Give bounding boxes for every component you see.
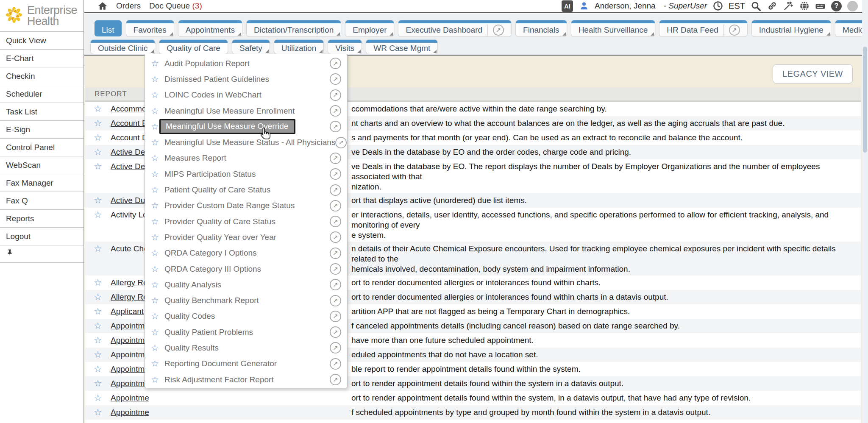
tab-list[interactable]: List: [95, 20, 122, 36]
favorite-star-icon[interactable]: ☆: [94, 319, 111, 333]
favorite-star-icon[interactable]: ☆: [151, 185, 164, 195]
favorite-star-icon[interactable]: ☆: [94, 102, 111, 116]
tab-wr-case-mgmt[interactable]: WR Case Mgmt: [366, 40, 437, 54]
open-new-window-icon[interactable]: ↗: [330, 295, 341, 306]
open-new-window-icon[interactable]: ↗: [330, 168, 341, 180]
favorite-star-icon[interactable]: ☆: [151, 359, 164, 369]
tab-dictation-transcription[interactable]: Dictation/Transcription: [247, 20, 341, 36]
favorite-star-icon[interactable]: ☆: [94, 145, 111, 159]
tab-health-surveillance[interactable]: Health Surveillance: [571, 20, 655, 36]
favorite-star-icon[interactable]: ☆: [94, 391, 111, 405]
sidebar-item-scheduler[interactable]: Scheduler: [0, 85, 83, 103]
favorite-star-icon[interactable]: ☆: [94, 193, 111, 208]
favorite-star-icon[interactable]: ☆: [94, 276, 111, 290]
menu-item-mips-participation-status[interactable]: ☆ MIPS Participation Status ↗: [145, 166, 347, 182]
open-new-window-icon[interactable]: ↗: [330, 184, 341, 196]
table-row[interactable]: ☆ Asthma Report Displays a list of chart…: [85, 420, 861, 423]
menu-item-meaningful-use-measure-status-all-physicians[interactable]: ☆ Meaningful Use Measure Status - All Ph…: [145, 134, 347, 150]
open-new-window-icon[interactable]: ↗: [330, 216, 341, 227]
favorite-star-icon[interactable]: ☆: [151, 106, 164, 116]
tab-utilization[interactable]: Utilization: [274, 40, 323, 54]
avatar[interactable]: [847, 1, 858, 11]
external-link-icon[interactable]: ↗: [729, 25, 740, 36]
search-icon[interactable]: [751, 1, 761, 11]
open-new-window-icon[interactable]: ↗: [330, 231, 341, 243]
open-new-window-icon[interactable]: ↗: [330, 58, 341, 69]
favorite-star-icon[interactable]: ☆: [151, 264, 164, 274]
open-new-window-icon[interactable]: ↗: [330, 121, 341, 132]
favorite-star-icon[interactable]: ☆: [94, 159, 111, 174]
menu-item-risk-adjustment-factor-report[interactable]: ☆ Risk Adjustment Factor Report ↗: [145, 372, 347, 387]
favorite-star-icon[interactable]: ☆: [94, 405, 111, 420]
favorite-star-icon[interactable]: ☆: [151, 343, 164, 353]
favorite-star-icon[interactable]: ☆: [151, 232, 164, 242]
favorite-star-icon[interactable]: ☆: [94, 242, 111, 256]
favorite-star-icon[interactable]: ☆: [94, 348, 111, 362]
keyboard-icon[interactable]: [815, 1, 826, 11]
favorite-star-icon[interactable]: ☆: [151, 58, 164, 69]
favorite-star-icon[interactable]: ☆: [94, 304, 111, 319]
menu-item-meaningful-use-measure-enrollment[interactable]: ☆ Meaningful Use Measure Enrollment ↗: [145, 103, 347, 119]
open-new-window-icon[interactable]: ↗: [330, 153, 341, 164]
menu-item-dismissed-patient-guidelines[interactable]: ☆ Dismissed Patient Guidelines ↗: [145, 71, 347, 87]
favorite-star-icon[interactable]: ☆: [151, 90, 164, 100]
tab-quality-of-care[interactable]: Quality of Care: [159, 40, 228, 54]
favorite-star-icon[interactable]: ☆: [151, 217, 164, 227]
open-new-window-icon[interactable]: ↗: [330, 279, 341, 290]
open-new-window-icon[interactable]: ↗: [330, 342, 341, 353]
sidebar-item-webscan[interactable]: WebScan: [0, 156, 83, 174]
open-new-window-icon[interactable]: ↗: [330, 358, 341, 370]
tab-outside-clinic[interactable]: Outside Clinic: [91, 40, 155, 54]
sidebar-item-checkin[interactable]: Checkin: [0, 67, 83, 85]
ai-badge[interactable]: AI: [562, 0, 573, 12]
globe-icon[interactable]: [799, 1, 810, 11]
menu-item-quality-results[interactable]: ☆ Quality Results ↗: [145, 340, 347, 356]
clock-icon[interactable]: [712, 1, 723, 11]
menu-item-quality-benchmark-report[interactable]: ☆ Quality Benchmark Report ↗: [145, 292, 347, 308]
menu-item-quality-patient-problems[interactable]: ☆ Quality Patient Problems ↗: [145, 324, 347, 340]
menu-item-provider-custom-date-range-status[interactable]: ☆ Provider Custom Date Range Status ↗: [145, 198, 347, 214]
legacy-view-button[interactable]: LEGACY VIEW: [773, 64, 853, 83]
table-row[interactable]: ☆ Appointme ort to render appointment de…: [85, 391, 861, 405]
favorite-star-icon[interactable]: ☆: [151, 295, 164, 306]
home-icon[interactable]: [97, 1, 108, 11]
menu-item-label-highlighted[interactable]: Meaningful Use Measure Override: [159, 119, 295, 134]
menu-item-quality-codes[interactable]: ☆ Quality Codes ↗: [145, 309, 347, 324]
open-new-window-icon[interactable]: ↗: [330, 263, 341, 275]
favorite-star-icon[interactable]: ☆: [94, 333, 111, 348]
menu-item-audit-population-report[interactable]: ☆ Audit Population Report ↗: [145, 56, 347, 71]
favorite-star-icon[interactable]: ☆: [94, 131, 111, 145]
open-new-window-icon[interactable]: ↗: [330, 248, 341, 259]
menu-item-patient-quality-of-care-status[interactable]: ☆ Patient Quality of Care Status ↗: [145, 182, 347, 198]
favorite-star-icon[interactable]: ☆: [151, 248, 164, 258]
favorite-star-icon[interactable]: ☆: [151, 153, 164, 163]
report-link[interactable]: Appointme: [111, 405, 289, 420]
menu-item-qrda-category-i-options[interactable]: ☆ QRDA Category I Options ↗: [145, 245, 347, 261]
favorite-star-icon[interactable]: ☆: [94, 362, 111, 376]
favorite-star-icon[interactable]: ☆: [151, 375, 164, 385]
tab-appointments[interactable]: Appointments: [178, 20, 242, 36]
open-new-window-icon[interactable]: ↗: [330, 374, 341, 385]
favorite-star-icon[interactable]: ☆: [151, 311, 164, 321]
report-link[interactable]: Asthma Report: [111, 420, 289, 423]
tab-safety[interactable]: Safety: [232, 40, 270, 54]
open-new-window-icon[interactable]: ↗: [330, 73, 341, 85]
tab-financials[interactable]: Financials: [516, 20, 567, 36]
open-new-window-icon[interactable]: ↗: [330, 326, 341, 338]
link-icon[interactable]: [767, 1, 777, 11]
sidebar-item-logout[interactable]: Logout: [0, 227, 83, 245]
favorite-star-icon[interactable]: ☆: [151, 169, 164, 179]
favorite-star-icon[interactable]: ☆: [94, 116, 111, 131]
breadcrumb-orders[interactable]: Orders: [116, 1, 141, 11]
menu-item-meaningful-use-measure-override[interactable]: ☆ Meaningful Use Measure Override ↗: [145, 119, 347, 134]
sidebar-item-e-chart[interactable]: E-Chart: [0, 49, 83, 67]
tab-hr-data-feed[interactable]: HR Data Feed ↗: [659, 20, 747, 36]
table-row[interactable]: ☆ Appointme f scheduled appointments by …: [85, 405, 861, 420]
menu-item-provider-quality-of-care-status[interactable]: ☆ Provider Quality of Care Status ↗: [145, 214, 347, 229]
sidebar-item-e-sign[interactable]: E-Sign: [0, 120, 83, 138]
sidebar-item-quick-view[interactable]: Quick View: [0, 31, 83, 49]
menu-item-qrda-category-iii-options[interactable]: ☆ QRDA Category III Options ↗: [145, 261, 347, 277]
user-name[interactable]: Anderson, Jenna: [595, 1, 656, 11]
favorite-star-icon[interactable]: ☆: [151, 137, 164, 147]
menu-item-provider-quality-year-over-year[interactable]: ☆ Provider Quality Year over Year ↗: [145, 229, 347, 245]
